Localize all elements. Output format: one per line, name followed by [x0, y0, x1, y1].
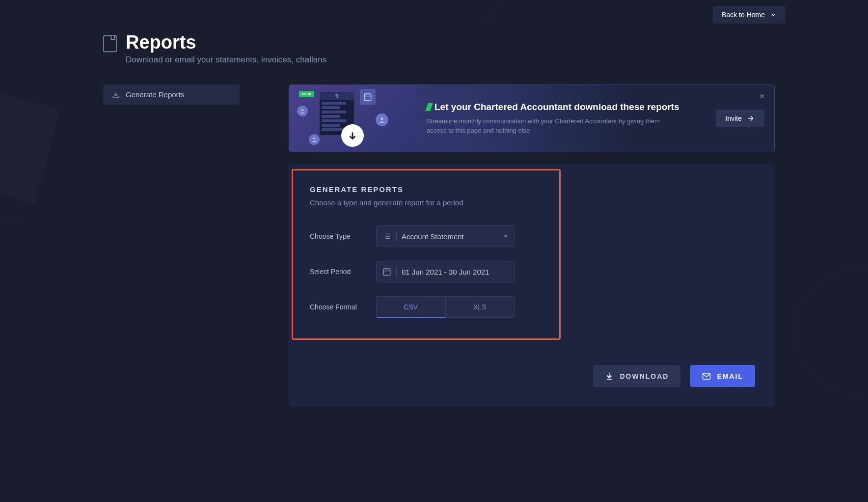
select-period-row: Select Period: [310, 261, 542, 282]
invite-button[interactable]: Invite: [716, 110, 764, 127]
invite-banner: NEW ₹: [289, 84, 775, 152]
new-badge: NEW: [299, 91, 314, 97]
choose-format-row: Choose Format CSV XLS: [310, 296, 542, 318]
section-subtitle: Choose a type and generate report for a …: [310, 198, 542, 207]
back-to-home-button[interactable]: Back to Home: [713, 6, 786, 24]
svg-rect-1: [111, 35, 114, 40]
svg-point-10: [381, 117, 383, 120]
email-button[interactable]: EMAIL: [690, 365, 755, 387]
svg-rect-3: [364, 94, 371, 101]
arrow-right-icon: [747, 114, 755, 122]
person-icon: [309, 134, 320, 145]
invite-button-label: Invite: [726, 114, 742, 122]
generate-reports-card: GENERATE REPORTS Choose a type and gener…: [289, 164, 775, 407]
format-toggle: CSV XLS: [376, 296, 515, 318]
report-type-value: Account Statement: [402, 232, 500, 241]
calendar-icon: [360, 89, 376, 105]
highlighted-form-area: GENERATE REPORTS Choose a type and gener…: [292, 169, 561, 340]
choose-format-label: Choose Format: [310, 303, 376, 311]
banner-title-text: Let your Chartered Accountant download t…: [434, 102, 679, 112]
choose-type-row: Choose Type: [310, 225, 542, 247]
action-row: DOWNLOAD EMAIL: [308, 350, 755, 387]
sidebar-item-label: Generate Reports: [126, 90, 184, 99]
banner-illustration: NEW ₹: [289, 85, 417, 152]
report-type-select[interactable]: Account Statement: [376, 225, 515, 247]
choose-type-label: Choose Type: [310, 232, 376, 240]
page-header: Reports Download or email your statement…: [103, 32, 797, 65]
caret-down-icon: [503, 234, 508, 239]
close-icon: [759, 93, 765, 100]
page-title: Reports: [126, 32, 326, 53]
email-button-label: EMAIL: [717, 372, 743, 380]
back-to-home-label: Back to Home: [722, 11, 765, 19]
download-icon: [605, 372, 614, 381]
email-icon: [702, 372, 711, 381]
rupee-symbol: ₹: [320, 92, 354, 100]
format-csv-button[interactable]: CSV: [376, 296, 446, 318]
banner-title: Let your Chartered Accountant download t…: [427, 102, 706, 112]
select-period-label: Select Period: [310, 268, 376, 276]
section-title: GENERATE REPORTS: [310, 185, 542, 194]
svg-rect-21: [383, 269, 390, 276]
person-icon: [376, 113, 388, 126]
chevron-down-icon: [770, 11, 777, 18]
close-banner-button[interactable]: [757, 91, 767, 103]
page-subtitle: Download or email your statements, invoi…: [126, 55, 326, 65]
svg-point-9: [313, 138, 315, 139]
period-select[interactable]: 01 Jun 2021 - 30 Jun 2021: [376, 261, 515, 282]
format-xls-button[interactable]: XLS: [446, 296, 515, 318]
list-icon: [382, 232, 391, 241]
calendar-icon: [382, 267, 391, 276]
sidebar: Generate Reports: [103, 84, 240, 407]
report-icon: [103, 35, 117, 53]
person-icon: [297, 106, 308, 116]
download-button-label: DOWNLOAD: [620, 372, 669, 380]
download-circle-icon: [341, 124, 364, 147]
sidebar-item-generate-reports[interactable]: Generate Reports: [103, 84, 240, 105]
svg-marker-20: [504, 235, 508, 237]
download-button[interactable]: DOWNLOAD: [593, 365, 680, 387]
banner-description: Streamline monthly communication with yo…: [427, 116, 662, 136]
period-value: 01 Jun 2021 - 30 Jun 2021: [402, 268, 508, 276]
svg-point-8: [301, 109, 303, 111]
download-icon: [112, 91, 120, 99]
